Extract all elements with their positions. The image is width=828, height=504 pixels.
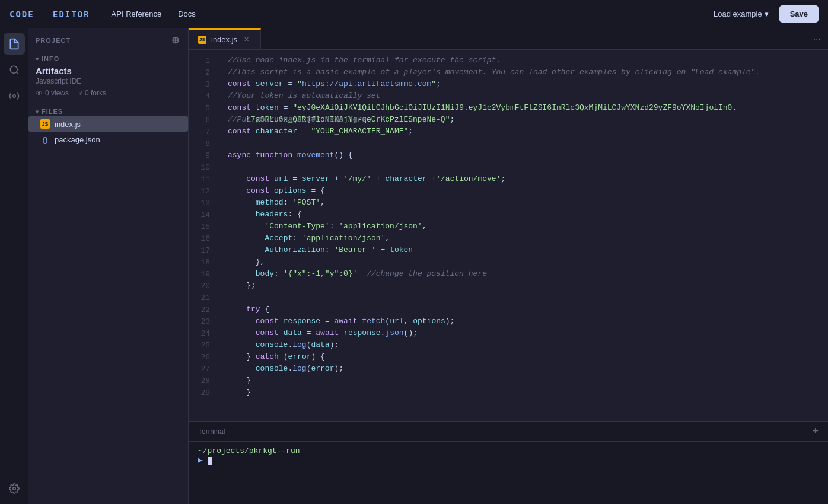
file-name-indexjs: index.js xyxy=(55,120,81,129)
tab-js-icon: JS xyxy=(198,36,206,44)
line-number-16: 16 xyxy=(189,232,218,244)
terminal: Terminal + ~/projects/pkrkgt--run ▶ xyxy=(189,421,828,504)
svg-point-2 xyxy=(12,95,15,98)
code-editor[interactable]: 1234567891011121314151617181920212223242… xyxy=(189,50,828,421)
plugin-icon-btn[interactable] xyxy=(4,85,25,107)
app-logo: CODE EDITOR xyxy=(9,9,90,19)
line-number-23: 23 xyxy=(189,315,218,327)
line-number-10: 10 xyxy=(189,161,218,173)
eye-icon: 👁 xyxy=(36,89,43,97)
terminal-add-button[interactable]: + xyxy=(812,425,819,438)
code-line-1: //Use node index.js in the terminal for … xyxy=(228,55,819,66)
chevron-down-icon: ▾ xyxy=(765,9,769,18)
nav-right: Load example ▾ Save xyxy=(708,5,819,23)
tab-bar: JS index.js ✕ ··· xyxy=(189,28,828,50)
files-chevron-icon: ▾ xyxy=(36,109,39,115)
load-example-button[interactable]: Load example ▾ xyxy=(708,6,775,22)
editor-tab-indexjs[interactable]: JS index.js ✕ xyxy=(189,28,261,49)
line-number-24: 24 xyxy=(189,327,218,339)
tab-more-button[interactable]: ··· xyxy=(806,34,828,44)
code-line-24: const data = await response.json(); xyxy=(228,327,819,339)
code-line-28: } xyxy=(228,375,819,387)
line-number-27: 27 xyxy=(189,363,218,375)
terminal-prompt-line: ▶ xyxy=(198,455,819,465)
nav-api-reference[interactable]: API Reference xyxy=(104,6,169,22)
code-line-2: //This script is a basic example of a pl… xyxy=(228,66,819,78)
logo-part2: EDITOR xyxy=(53,9,90,19)
code-line-21 xyxy=(228,292,819,304)
code-line-19: body: '{"x":-1,"y":0}' //change the posi… xyxy=(228,268,819,280)
json-file-icon: {} xyxy=(40,135,50,144)
line-number-28: 28 xyxy=(189,375,218,387)
forks-stat: ⑂ 0 forks xyxy=(78,89,106,97)
line-number-20: 20 xyxy=(189,280,218,292)
line-number-26: 26 xyxy=(189,351,218,363)
code-line-29: } xyxy=(228,387,819,398)
file-item-indexjs[interactable]: JS index.js xyxy=(28,116,188,132)
line-number-4: 4 xyxy=(189,90,218,102)
line-number-21: 21 xyxy=(189,292,218,304)
line-number-5: 5 xyxy=(189,102,218,114)
line-number-1: 1 xyxy=(189,55,218,66)
js-file-icon: JS xyxy=(40,119,50,129)
topnav: CODE EDITOR API Reference Docs Load exam… xyxy=(0,0,828,28)
line-number-17: 17 xyxy=(189,244,218,256)
code-line-8 xyxy=(228,138,819,149)
files-icon xyxy=(8,38,20,50)
file-item-packagejson[interactable]: {} package.json xyxy=(28,132,188,147)
terminal-header: Terminal + xyxy=(189,422,828,442)
files-icon-btn[interactable] xyxy=(4,33,25,55)
tab-close-button[interactable]: ✕ xyxy=(242,35,251,44)
artifact-subtitle: Javascript IDE xyxy=(28,77,188,88)
line-number-2: 2 xyxy=(189,66,218,78)
line-number-12: 12 xyxy=(189,185,218,197)
code-line-20: }; xyxy=(228,280,819,292)
line-number-13: 13 xyxy=(189,197,218,209)
svg-line-1 xyxy=(16,72,18,74)
fork-icon: ⑂ xyxy=(78,89,82,97)
line-number-11: 11 xyxy=(189,173,218,185)
code-line-15: 'Content-Type': 'application/json', xyxy=(228,221,819,232)
code-line-14: headers: { xyxy=(228,209,819,221)
code-line-23: const response = await fetch(url, option… xyxy=(228,315,819,327)
sidebar: PROJECT ⊕ ▾ INFO Artifacts Javascript ID… xyxy=(28,28,189,504)
nav-docs[interactable]: Docs xyxy=(171,6,203,22)
terminal-cursor xyxy=(208,457,212,465)
views-stat: 👁 0 views xyxy=(36,89,69,97)
terminal-prompt-icon: ▶ xyxy=(198,456,203,465)
code-content[interactable]: //Use node index.js in the terminal for … xyxy=(218,50,828,421)
line-number-18: 18 xyxy=(189,256,218,268)
line-number-3: 3 xyxy=(189,78,218,90)
code-line-16: Accept: 'application/json', xyxy=(228,232,819,244)
terminal-path-line: ~/projects/pkrkgt--run xyxy=(198,446,819,455)
code-line-27: console.log(error); xyxy=(228,363,819,375)
code-line-9: async function movement() { xyxy=(228,149,819,161)
save-button[interactable]: Save xyxy=(779,5,819,23)
info-chevron-icon: ▾ xyxy=(36,56,39,62)
search-icon-btn[interactable] xyxy=(4,59,25,81)
add-project-button[interactable]: ⊕ xyxy=(170,33,181,47)
code-line-7: const character = "YOUR_CHARACTER_NAME"; xyxy=(228,126,819,138)
info-section-label: ▾ INFO xyxy=(28,52,188,63)
file-name-packagejson: package.json xyxy=(55,135,100,144)
artifact-title: Artifacts xyxy=(28,63,188,77)
terminal-path: ~/projects/pkrkgt--run xyxy=(198,446,300,455)
code-line-5: const token = "eyJ0eXAiOiJKV1QiLCJhbGciO… xyxy=(228,102,819,114)
line-number-8: 8 xyxy=(189,138,218,149)
code-line-17: Authorization: 'Bearer ' + token xyxy=(228,244,819,256)
code-line-3: const server = "https://api.artifactsmmo… xyxy=(228,78,819,90)
code-line-26: } catch (error) { xyxy=(228,351,819,363)
icon-bar xyxy=(0,28,28,504)
terminal-body[interactable]: ~/projects/pkrkgt--run ▶ xyxy=(189,442,828,504)
line-number-25: 25 xyxy=(189,339,218,351)
settings-icon-btn[interactable] xyxy=(4,478,25,499)
editor-area: JS index.js ✕ ··· 1234567891011121314151… xyxy=(189,28,828,504)
code-line-6: //Put your character name here xyxy=(228,114,819,126)
logo-part1: CODE xyxy=(9,9,34,19)
line-number-9: 9 xyxy=(189,149,218,161)
line-number-29: 29 xyxy=(189,387,218,398)
code-line-22: try { xyxy=(228,304,819,315)
code-line-25: console.log(data); xyxy=(228,339,819,351)
terminal-label: Terminal xyxy=(198,428,225,436)
code-line-11: const url = server + '/my/' + character … xyxy=(228,173,819,185)
